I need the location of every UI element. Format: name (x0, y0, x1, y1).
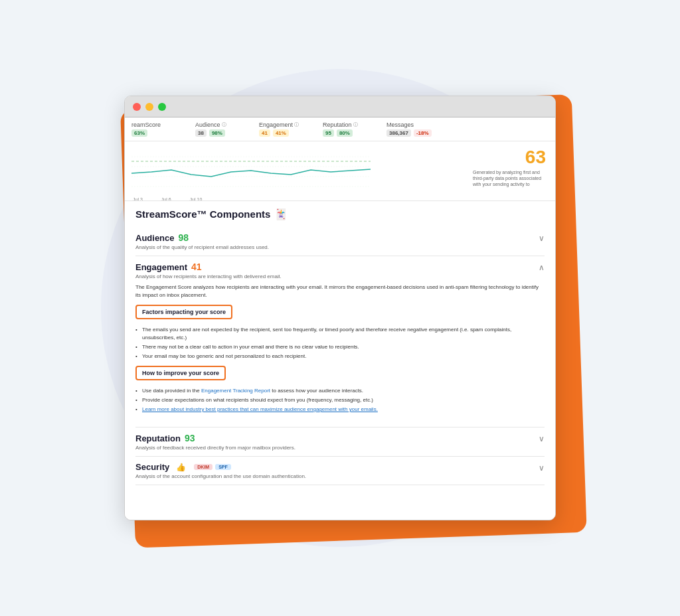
page-title: StreamScore™ Components 🃏 (135, 208, 545, 220)
engagement-badge-1: 41 (259, 129, 270, 137)
chart-label-2: Jul 6 (161, 197, 171, 201)
minimize-button[interactable] (145, 103, 153, 111)
chart-label-1: Jul 3 (133, 197, 143, 201)
chart-x-labels: Jul 3 Jul 6 Jul 10 (131, 197, 549, 201)
metric-streamscore: reamScore 63% (131, 121, 185, 137)
industry-best-practices-link[interactable]: Learn more about industry best practices… (142, 406, 378, 412)
engagement-badge-2: 41% (273, 129, 289, 137)
engagement-header-left: Engagement 41 Analysis of how recipients… (135, 262, 282, 279)
maximize-button[interactable] (158, 103, 166, 111)
audience-subtitle: Analysis of the quality of recipient ema… (135, 244, 269, 250)
metric-audience-label: Audience ⓘ (195, 121, 248, 128)
improve-item-1: Use data provided in the Engagement Trac… (135, 387, 545, 395)
factor-item-1: The emails you send are not expected by … (135, 326, 545, 342)
audience-section: Audience 98 Analysis of the quality of r… (135, 227, 545, 256)
title-icon: 🃏 (274, 208, 288, 220)
factors-highlight-box: Factors impacting your score (135, 305, 232, 319)
reputation-title: Reputation 93 (135, 433, 296, 443)
security-thumb-icon: 👍 (176, 463, 186, 472)
browser-window: reamScore 63% Audience ⓘ 38 98% (124, 96, 556, 520)
scene: reamScore 63% Audience ⓘ 38 98% (0, 0, 680, 616)
audience-header-left: Audience 98 Analysis of the quality of r… (135, 232, 269, 250)
reputation-badge-1: 95 (323, 129, 334, 137)
reputation-subtitle: Analysis of feedback received directly f… (135, 445, 296, 451)
engagement-header[interactable]: Engagement 41 Analysis of how recipients… (135, 262, 545, 279)
engagement-chevron-icon: ∧ (539, 263, 545, 272)
browser-content[interactable]: reamScore 63% Audience ⓘ 38 98% (125, 117, 555, 520)
chart-area: 63 Generated by analyzing first and thir… (125, 141, 555, 201)
metric-streamscore-values: 63% (131, 129, 185, 137)
audience-score: 98 (179, 232, 189, 243)
factor-item-2: There may not be a clear call to action … (135, 343, 545, 351)
metric-audience: Audience ⓘ 38 98% (195, 121, 248, 137)
security-chevron-icon: ∨ (539, 463, 545, 473)
metrics-bar: reamScore 63% Audience ⓘ 38 98% (125, 117, 555, 141)
improve-highlight-box: How to improve your score (135, 366, 226, 380)
security-subtitle: Analysis of the account configuration an… (135, 473, 306, 479)
dkim-badge: DKIM (194, 464, 212, 470)
chart-svg (131, 147, 371, 193)
messages-change-badge: -18% (414, 129, 432, 137)
metric-reputation-label: Reputation ⓘ (323, 121, 376, 128)
reputation-header-left: Reputation 93 Analysis of feedback recei… (135, 433, 296, 451)
security-section: Security 👍 DKIM SPF Analysis of the acco… (135, 457, 545, 485)
metric-audience-values: 38 98% (195, 129, 248, 137)
spf-badge: SPF (215, 464, 231, 470)
metric-reputation-values: 95 80% (323, 129, 376, 137)
reputation-badge-2: 80% (337, 129, 353, 137)
engagement-section: Engagement 41 Analysis of how recipients… (135, 256, 545, 427)
audience-header[interactable]: Audience 98 Analysis of the quality of r… (135, 232, 545, 250)
reputation-header[interactable]: Reputation 93 Analysis of feedback recei… (135, 433, 545, 451)
engagement-score: 41 (191, 262, 202, 272)
engagement-tracking-link[interactable]: Engagement Tracking Report (201, 388, 270, 394)
audience-title: Audience 98 (135, 232, 269, 243)
metric-messages-values: 386,367 -18% (386, 129, 440, 137)
security-header[interactable]: Security 👍 DKIM SPF Analysis of the acco… (135, 462, 545, 479)
engagement-intro: The Engagement Score analyzes how recipi… (135, 283, 545, 299)
engagement-body: The Engagement Score analyzes how recipi… (135, 279, 545, 422)
chart-label-3: Jul 10 (190, 197, 203, 201)
chart-score-description: Generated by analyzing first and third-p… (473, 169, 546, 187)
improve-item-2: Provide clear expectations on what recip… (135, 396, 545, 404)
factors-list: The emails you send are not expected by … (135, 326, 545, 360)
reputation-info-icon: ⓘ (353, 121, 358, 128)
improve-item-3: Learn more about industry best practices… (135, 406, 545, 414)
audience-badge-1: 38 (195, 129, 207, 137)
factor-item-3: Your email may be too generic and not pe… (135, 352, 545, 360)
chart-score: 63 (525, 147, 546, 168)
messages-count-badge: 386,367 (386, 129, 411, 137)
main-content: StreamScore™ Components 🃏 Audience 98 An… (125, 201, 555, 492)
reputation-score: 93 (185, 433, 195, 443)
security-badges: DKIM SPF (194, 464, 231, 470)
metric-engagement-label: Engagement ⓘ (259, 121, 312, 128)
security-header-left: Security 👍 DKIM SPF Analysis of the acco… (135, 462, 306, 479)
audience-info-icon: ⓘ (222, 121, 226, 128)
browser-titlebar (125, 96, 555, 117)
engagement-subtitle: Analysis of how recipients are interacti… (135, 273, 282, 279)
metric-engagement-values: 41 41% (259, 129, 312, 137)
metric-streamscore-label: reamScore (131, 121, 185, 128)
metric-messages-label: Messages (386, 121, 440, 128)
security-title: Security 👍 DKIM SPF (135, 462, 306, 472)
audience-badge-2: 98% (209, 129, 225, 137)
engagement-title: Engagement 41 (135, 262, 282, 272)
audience-chevron-icon: ∨ (539, 234, 545, 243)
streamscore-badge: 63% (131, 129, 147, 137)
metric-reputation: Reputation ⓘ 95 80% (323, 121, 376, 137)
close-button[interactable] (133, 103, 141, 111)
reputation-chevron-icon: ∨ (539, 434, 545, 443)
improve-list: Use data provided in the Engagement Trac… (135, 387, 545, 414)
metric-messages: Messages 386,367 -18% (386, 121, 440, 137)
reputation-section: Reputation 93 Analysis of feedback recei… (135, 427, 545, 457)
engagement-info-icon: ⓘ (294, 121, 299, 128)
metric-engagement: Engagement ⓘ 41 41% (259, 121, 312, 137)
